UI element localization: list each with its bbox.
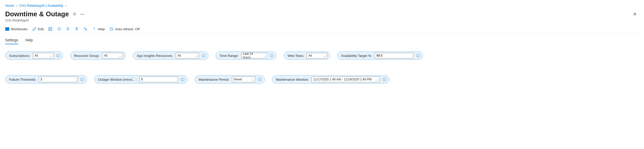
edit-label: Edit [38,27,44,31]
filter-subscriptions-label: Subscriptions: [9,54,30,58]
svg-point-2 [83,14,84,14]
web-tests-select[interactable]: All ⌄ [307,53,327,58]
filter-subscriptions: Subscriptions: All ⌄ [5,51,63,60]
filter-webtests-label: Web Tests: [288,54,304,58]
info-icon[interactable] [202,54,206,58]
info-icon[interactable] [181,77,185,81]
chevron-down-icon: ⌄ [376,78,378,81]
filter-maintenance-window: Maintenance Window: 11/17/2020 1:48 AM -… [272,75,389,84]
chevron-down-icon: ⌄ [119,54,121,57]
breadcrumb-separator: › [15,4,18,8]
close-button[interactable]: ✕ [631,10,639,18]
filters-row-2: Failure Threshold: Outage Window (minut.… [5,75,639,84]
resource-group-value: All [104,54,107,57]
help-button[interactable]: Help [92,27,105,31]
filters-row-1: Subscriptions: All ⌄ Resource Group: All… [5,51,639,60]
info-icon[interactable] [270,54,274,58]
svg-point-1 [82,14,83,14]
help-label: Help [98,27,105,31]
chevron-down-icon: ⌄ [195,54,197,57]
page-title: Downtime & Outage [5,10,69,18]
app-insights-value: All [178,54,181,57]
filter-appinsights-label: App Insights Resources: [137,54,173,58]
filter-resource-group: Resource Group: All ⌄ [70,51,126,60]
toolbar: Workbooks Edit Help Auto refresh: Off [5,27,639,33]
pin-icon[interactable] [73,12,77,16]
tabs: Settings Help [5,38,639,44]
workbooks-button[interactable]: Workbooks [5,27,28,31]
page-subtitle: CH1-RetailAppAI [5,19,639,22]
chevron-down-icon: ⌄ [50,54,52,57]
availability-target-input[interactable] [375,53,413,58]
info-icon[interactable] [80,77,84,81]
info-icon[interactable] [258,77,262,81]
auto-refresh-button[interactable]: Auto refresh: Off [109,27,140,31]
refresh-button[interactable] [57,27,61,31]
filter-maintperiod-label: Maintenance Period: [199,78,229,81]
maintenance-period-select[interactable]: Never ⌄ [232,77,255,82]
chevron-down-icon: ⌄ [251,78,253,81]
filter-timerange-label: Time Range: [220,54,239,58]
info-icon[interactable] [416,54,420,58]
filter-time-range: Time Range: Last 24 hours ⌄ [216,51,277,60]
filter-maintenance-period: Maintenance Period: Never ⌄ [195,75,265,84]
pin-toolbar-button[interactable] [75,27,79,31]
svg-rect-4 [5,27,9,28]
filter-failthresh-label: Failure Threshold: [9,78,36,81]
tab-help[interactable]: Help [26,38,33,44]
filter-web-tests: Web Tests: All ⌄ [284,51,330,60]
filter-rg-label: Resource Group: [74,54,100,58]
workbooks-label: Workbooks [11,27,28,31]
maintenance-window-value: 11/17/2020 1:48 AM - 11/18/2020 1:48 PM [313,78,372,81]
breadcrumb-home[interactable]: Home [5,4,14,8]
maintenance-window-select[interactable]: 11/17/2020 1:48 AM - 11/18/2020 1:48 PM … [311,77,380,82]
filter-app-insights: App Insights Resources: All ⌄ [133,51,208,60]
breadcrumb-separator: › [64,4,67,8]
svg-point-0 [81,14,81,14]
time-range-select[interactable]: Last 24 hours ⌄ [241,53,267,58]
svg-rect-5 [49,27,52,31]
maintenance-period-value: Never [234,78,242,81]
filter-outage-window: Outage Window (minut... : [94,75,188,84]
info-icon[interactable] [382,77,387,81]
filter-failure-threshold: Failure Threshold: [5,75,87,84]
save-button[interactable] [48,27,52,31]
app-insights-select[interactable]: All ⌄ [176,53,199,58]
time-range-value: Last 24 hours [243,52,261,59]
chevron-down-icon: ⌄ [263,54,265,57]
filter-outagewin-label: Outage Window (minut... : [98,78,137,81]
web-tests-value: All [308,54,312,57]
breadcrumb: Home › CH1-RetailAppAI | Availability › [5,4,639,8]
subscriptions-select[interactable]: All ⌄ [33,53,53,58]
outage-window-input[interactable] [139,77,178,82]
svg-point-6 [84,28,85,29]
auto-refresh-label: Auto refresh: Off [115,27,140,31]
tab-settings[interactable]: Settings [5,38,18,44]
info-icon[interactable] [56,54,60,58]
filter-availability-target: Availability Target %: [337,51,423,60]
alert-button[interactable] [66,27,70,31]
edit-button[interactable]: Edit [32,27,44,31]
more-icon[interactable] [80,12,84,16]
filter-availtarget-label: Availability Target %: [341,54,372,58]
breadcrumb-resource[interactable]: CH1-RetailAppAI | Availability [19,4,63,8]
filter-maintwindow-label: Maintenance Window: [276,78,309,81]
resource-group-select[interactable]: All ⌄ [102,53,123,58]
failure-threshold-input[interactable] [39,77,77,82]
share-button[interactable] [83,27,87,31]
subscriptions-value: All [35,54,38,57]
chevron-down-icon: ⌄ [323,54,325,57]
